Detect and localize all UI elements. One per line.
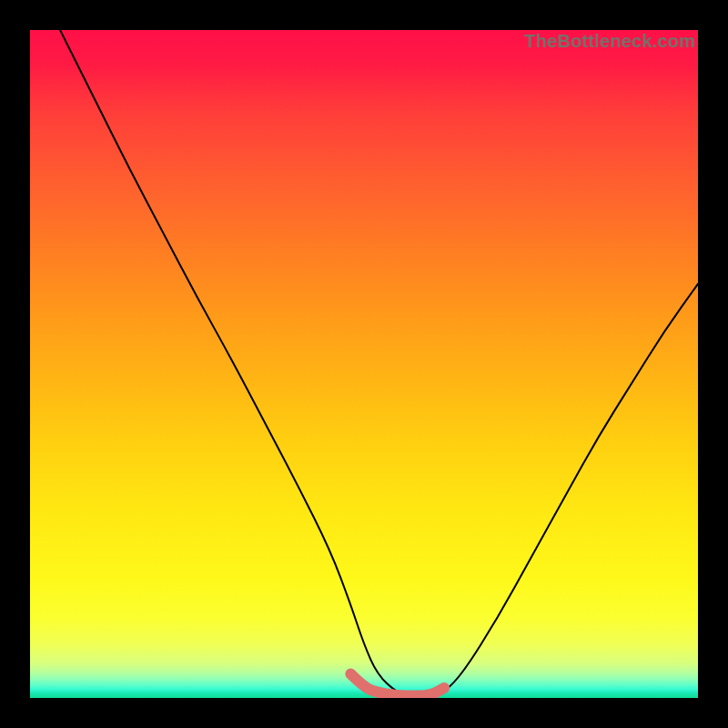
- watermark-text: TheBottleneck.com: [524, 31, 695, 52]
- bottleneck-valley-highlight: [350, 674, 444, 696]
- chart-container: TheBottleneck.com: [0, 0, 728, 728]
- curve-svg: [30, 30, 698, 698]
- bottleneck-curve: [60, 30, 698, 697]
- plot-area: [30, 30, 698, 698]
